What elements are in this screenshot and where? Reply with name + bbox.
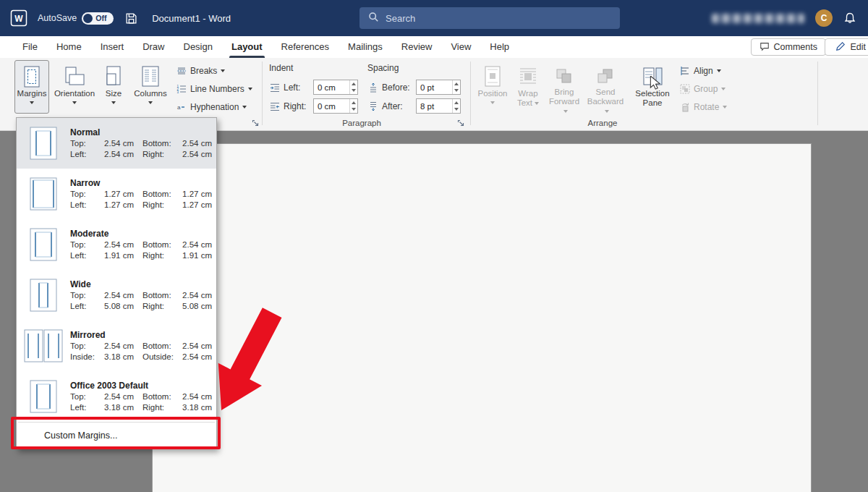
spacing-after-spinner[interactable] (452, 99, 460, 113)
group-button-label: Group (694, 84, 718, 94)
spin-down-icon[interactable] (453, 106, 460, 114)
margins-preset-normal[interactable]: Normal Top:2.54 cm Bottom:2.54 cm Left:2… (17, 118, 216, 169)
group-button[interactable]: Group (677, 81, 728, 96)
rotate-button[interactable]: Rotate (677, 99, 729, 114)
document-page[interactable] (152, 143, 812, 492)
spin-up-icon[interactable] (453, 80, 460, 88)
spacing-after-input[interactable] (416, 98, 461, 114)
group-separator (817, 62, 818, 125)
preset-label: Right: (134, 403, 179, 412)
comments-button[interactable]: Comments (751, 38, 826, 56)
indent-left-value[interactable] (314, 80, 349, 94)
line-numbers-button[interactable]: 123 Line Numbers (174, 81, 255, 96)
search-box[interactable]: Search (359, 7, 620, 29)
preset-value: 3.18 cm (99, 352, 134, 362)
chevron-down-icon (111, 101, 116, 104)
edit-button[interactable]: Edit (825, 38, 868, 56)
indent-left-spinner[interactable] (349, 80, 357, 94)
preset-value: 2.54 cm (179, 342, 212, 351)
document-title[interactable]: Document1 - Word (152, 13, 231, 24)
align-button[interactable]: Align (677, 63, 723, 78)
send-backward-button[interactable]: SendBackward (584, 60, 626, 114)
selection-pane-button[interactable]: SelectionPane (631, 60, 674, 114)
tab-mailings[interactable]: Mailings (339, 36, 392, 58)
spin-up-icon[interactable] (453, 99, 460, 106)
tab-references[interactable]: References (272, 36, 339, 58)
margins-preset-wide[interactable]: Wide Top:2.54 cm Bottom:2.54 cm Left:5.0… (17, 270, 216, 321)
columns-icon (140, 64, 161, 89)
bring-forward-button[interactable]: BringForward (547, 60, 582, 114)
indent-left-input[interactable] (313, 80, 358, 95)
indent-right-spinner[interactable] (349, 99, 357, 113)
preset-values: Top:2.54 cm Bottom:2.54 cm Left:3.18 cm … (70, 392, 213, 412)
tab-draw[interactable]: Draw (133, 36, 174, 58)
align-icon (679, 66, 690, 76)
chevron-down-icon (490, 101, 495, 104)
indent-right-value[interactable] (314, 99, 349, 113)
spacing-after-value[interactable] (417, 99, 452, 113)
autosave-control: AutoSave Off (38, 12, 114, 25)
breaks-button[interactable]: Breaks (174, 63, 227, 78)
custom-margins-menu-item[interactable]: Custom Margins... (17, 423, 216, 449)
preset-value: 2.54 cm (99, 392, 134, 402)
word-app-icon[interactable]: W (10, 9, 27, 27)
hyphenation-button-label: Hyphenation (190, 102, 239, 112)
tab-help[interactable]: Help (480, 36, 519, 58)
autosave-toggle[interactable]: Off (82, 12, 114, 25)
comment-icon (760, 41, 770, 54)
send-line1: Send (596, 88, 616, 96)
size-button[interactable]: Size (98, 60, 129, 114)
spin-down-icon[interactable] (350, 88, 357, 95)
tab-review[interactable]: Review (392, 36, 442, 58)
bring-forward-icon (554, 64, 574, 88)
indent-right-label: Right: (284, 101, 310, 111)
bell-icon[interactable] (843, 12, 856, 25)
margins-preset-moderate[interactable]: Moderate Top:2.54 cm Bottom:2.54 cm Left… (17, 219, 216, 270)
preset-value: 1.27 cm (99, 200, 134, 210)
preset-label: Bottom: (134, 392, 179, 402)
tab-file[interactable]: File (13, 36, 47, 58)
margins-preset-office-2003-default[interactable]: Office 2003 Default Top:2.54 cm Bottom:2… (17, 371, 216, 422)
position-icon (482, 64, 503, 89)
tab-design[interactable]: Design (174, 36, 222, 58)
tab-insert[interactable]: Insert (91, 36, 134, 58)
save-icon[interactable] (125, 12, 137, 25)
indent-caption: Indent (269, 63, 293, 73)
hyphenation-button[interactable]: a Hyphenation (174, 99, 249, 114)
columns-button[interactable]: Columns (132, 60, 169, 114)
spacing-before-input[interactable] (416, 80, 461, 95)
preset-value: 2.54 cm (179, 392, 212, 402)
title-bar: W AutoSave Off Document1 - Word Search C (0, 0, 868, 36)
tab-home[interactable]: Home (47, 36, 91, 58)
spin-up-icon[interactable] (350, 80, 357, 88)
spin-down-icon[interactable] (350, 106, 357, 114)
margins-button[interactable]: Margins (14, 60, 49, 114)
preset-value: 2.54 cm (99, 342, 134, 351)
preset-text: Wide Top:2.54 cm Bottom:2.54 cm Left:5.0… (70, 279, 213, 311)
preset-label: Left: (70, 302, 99, 311)
margins-preset-narrow[interactable]: Narrow Top:1.27 cm Bottom:1.27 cm Left:1… (17, 169, 216, 219)
size-button-label: Size (106, 89, 122, 98)
spin-down-icon[interactable] (453, 88, 460, 95)
preset-label: Right: (134, 200, 179, 210)
indent-right-input[interactable] (313, 98, 358, 114)
preset-name: Wide (70, 279, 213, 289)
pen-icon (835, 41, 846, 54)
spin-up-icon[interactable] (350, 99, 357, 106)
spacing-before-spinner[interactable] (452, 80, 460, 94)
page-setup-dialog-launcher[interactable] (252, 119, 260, 128)
account-avatar[interactable]: C (815, 9, 833, 27)
tab-layout[interactable]: Layout (222, 36, 272, 58)
spacing-before-value[interactable] (417, 80, 452, 94)
margins-preset-mirrored-icon (22, 328, 64, 363)
position-button[interactable]: Position (476, 60, 509, 114)
tab-view[interactable]: View (441, 36, 480, 58)
paragraph-dialog-launcher[interactable] (457, 119, 466, 128)
preset-text: Narrow Top:1.27 cm Bottom:1.27 cm Left:1… (70, 178, 213, 210)
margins-preset-mirrored[interactable]: Mirrored Top:2.54 cm Bottom:2.54 cm Insi… (17, 321, 216, 371)
preset-value: 2.54 cm (179, 150, 212, 159)
preset-value: 2.54 cm (179, 291, 212, 300)
wrap-text-button[interactable]: WrapText (512, 60, 544, 114)
orientation-button[interactable]: Orientation (54, 60, 95, 114)
redacted-account-email (712, 14, 804, 23)
